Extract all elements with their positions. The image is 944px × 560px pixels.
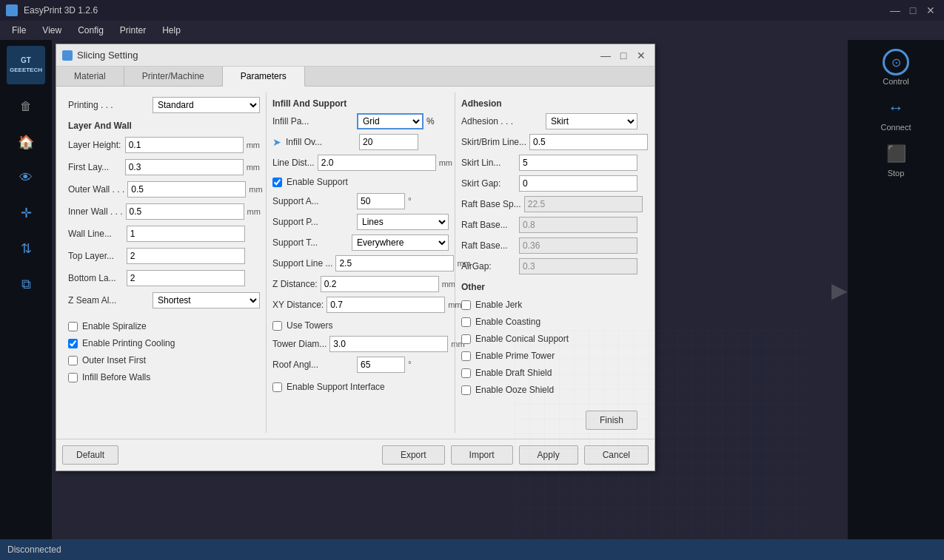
sidebar-icon-trash[interactable]: 🗑 — [10, 90, 42, 123]
printing-select[interactable]: Standard Draft Fine — [153, 97, 260, 113]
inner-wall-label: Inner Wall . . . — [68, 206, 123, 217]
adhesion-label: Adhesion . . . — [461, 116, 543, 126]
minimize-button[interactable]: — — [888, 3, 903, 18]
outer-wall-label: Outer Wall . . . — [68, 184, 124, 195]
airgap-label: AirGap: — [461, 261, 516, 271]
enable-draft-shield-checkbox[interactable] — [461, 368, 471, 378]
maximize-button[interactable]: □ — [905, 3, 920, 18]
tab-material[interactable]: Material — [56, 67, 124, 86]
close-button[interactable]: ✕ — [923, 3, 938, 18]
support-type-label: Support T... — [272, 237, 349, 248]
adhesion-select[interactable]: Skirt Brim Raft None — [546, 113, 637, 129]
airgap-input[interactable] — [519, 258, 637, 274]
dialog-maximize-button[interactable]: □ — [616, 48, 631, 63]
right-toolbar: ⊙ Control ↔ Connect ⬛ Stop — [848, 40, 944, 539]
infill-overlap-input[interactable] — [359, 134, 418, 150]
titlebar: EasyPrint 3D 1.2.6 — □ ✕ — [0, 0, 944, 21]
line-dist-input[interactable] — [318, 155, 436, 171]
enable-support-interface-checkbox[interactable] — [272, 382, 282, 392]
raft-base-speed-input[interactable] — [524, 196, 643, 212]
inner-wall-input[interactable] — [126, 203, 244, 220]
tower-diam-input[interactable] — [329, 336, 448, 352]
support-angle-input[interactable] — [357, 193, 405, 209]
app-title: EasyPrint 3D 1.2.6 — [24, 5, 98, 16]
infill-percent-symbol: % — [426, 116, 435, 126]
enable-ooze-shield-checkbox[interactable] — [461, 385, 471, 395]
support-line-input[interactable] — [335, 255, 454, 271]
support-pattern-select[interactable]: Lines Grid Zigzag — [357, 214, 449, 230]
export-button[interactable]: Export — [382, 445, 445, 465]
raft-base-speed-label: Raft Base Sp... — [461, 199, 521, 209]
z-seam-select[interactable]: Shortest Random Back — [153, 292, 260, 308]
status-text: Disconnected — [7, 544, 61, 555]
infill-support-header: Infill And Support — [272, 98, 449, 109]
enable-prime-tower-checkbox[interactable] — [461, 351, 471, 361]
roof-angle-label: Roof Angl... — [272, 360, 354, 370]
control-icon: ⊙ — [883, 49, 909, 75]
infill-pattern-select[interactable]: Grid Lines Triangles Cubic — [357, 113, 424, 129]
connect-button[interactable]: ↔ Connect — [875, 92, 917, 135]
wall-line-label: Wall Line... — [68, 229, 124, 239]
outer-inset-label: Outer Inset First — [82, 355, 146, 365]
first-layer-unit: mm — [247, 163, 260, 172]
support-line-label: Support Line ... — [272, 258, 332, 269]
infill-before-walls-checkbox[interactable] — [68, 373, 78, 382]
line-dist-unit: mm — [439, 158, 452, 167]
top-layer-label: Top Layer... — [68, 251, 124, 261]
infill-overlap-label: Infill Ov... — [286, 137, 356, 147]
outer-inset-checkbox[interactable] — [68, 356, 78, 365]
use-towers-checkbox[interactable] — [272, 321, 282, 331]
menu-printer[interactable]: Printer — [113, 24, 153, 37]
menu-file[interactable]: File — [4, 24, 33, 37]
bottom-layer-label: Bottom La... — [68, 273, 124, 283]
scene-arrow: ▶ — [831, 277, 848, 302]
raft-base-thickness-input[interactable] — [519, 237, 637, 254]
svg-rect-0 — [515, 330, 811, 537]
import-button[interactable]: Import — [451, 445, 513, 465]
enable-spiralize-checkbox[interactable] — [68, 322, 78, 331]
stop-button[interactable]: ⬛ Stop — [877, 138, 915, 181]
tab-parameters[interactable]: Parameters — [223, 67, 305, 87]
z-distance-input[interactable] — [321, 276, 439, 292]
bottom-layer-input[interactable] — [127, 270, 245, 286]
dialog-title: Slicing Setting — [77, 50, 138, 61]
support-angle-unit: ° — [408, 196, 412, 206]
top-layer-input[interactable] — [127, 248, 245, 264]
sidebar-icon-eye[interactable]: 👁 — [10, 161, 42, 194]
sidebar-icon-layers[interactable]: ⇅ — [10, 232, 42, 265]
enable-jerk-checkbox[interactable] — [461, 300, 471, 310]
xy-distance-input[interactable] — [327, 297, 445, 313]
skirt-line-input[interactable] — [519, 155, 637, 171]
enable-conical-support-checkbox[interactable] — [461, 334, 471, 344]
enable-cooling-checkbox[interactable] — [68, 339, 78, 348]
menu-config[interactable]: Config — [70, 24, 111, 37]
stop-label: Stop — [888, 169, 905, 178]
layer-height-input[interactable] — [125, 137, 244, 153]
dialog-close-button[interactable]: ✕ — [634, 48, 649, 63]
skirt-brim-line-input[interactable] — [529, 134, 648, 150]
control-button[interactable]: ⊙ Control — [877, 46, 915, 89]
sidebar-icon-move[interactable]: ✛ — [10, 197, 42, 229]
raft-base-thickness-label: Raft Base... — [461, 240, 516, 251]
wall-line-input[interactable] — [127, 226, 245, 242]
roof-angle-input[interactable] — [357, 357, 405, 373]
outer-wall-input[interactable] — [127, 181, 246, 198]
enable-coasting-checkbox[interactable] — [461, 317, 471, 327]
menu-help[interactable]: Help — [155, 24, 188, 37]
left-panel: Printing . . . Standard Draft Fine Layer… — [62, 92, 266, 433]
menu-view[interactable]: View — [35, 24, 69, 37]
dialog-title-icon — [62, 50, 73, 61]
enable-support-checkbox[interactable] — [272, 178, 282, 187]
window-controls: — □ ✕ — [888, 3, 938, 18]
outer-wall-unit: mm — [249, 185, 262, 194]
tab-printer-machine[interactable]: Printer/Machine — [124, 67, 223, 86]
skirt-gap-input[interactable] — [519, 175, 637, 192]
dialog-minimize-button[interactable]: — — [598, 48, 613, 63]
first-layer-input[interactable] — [125, 159, 244, 175]
default-button[interactable]: Default — [62, 445, 118, 465]
raft-base-width-input[interactable] — [519, 217, 637, 233]
support-type-select[interactable]: Everywhere Touching Buildplate — [352, 235, 449, 251]
sidebar-icon-copy[interactable]: ⧉ — [10, 268, 42, 300]
sidebar-icon-home[interactable]: 🏠 — [10, 126, 42, 158]
layer-height-unit: mm — [247, 141, 260, 149]
